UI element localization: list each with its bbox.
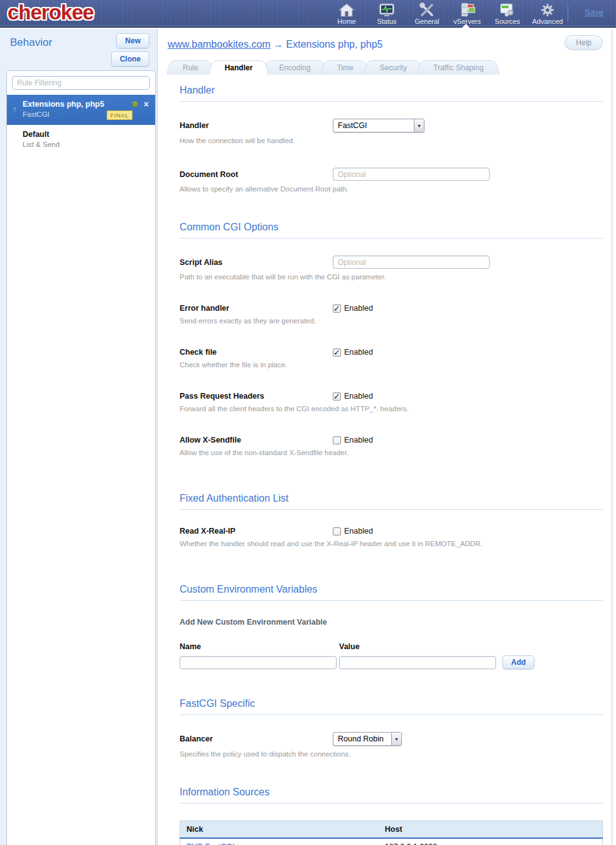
nav-item-status[interactable]: Status	[367, 2, 407, 25]
breadcrumb-site-link[interactable]: www.bambookites.com	[168, 39, 271, 50]
section-title-fastcgi: FastCGI Specific	[180, 698, 603, 709]
section-divider	[180, 238, 603, 239]
env-value-label: Value	[339, 642, 499, 651]
move-up-icon[interactable]: ↑	[13, 104, 17, 114]
top-header: cherokee Home Status General vServers So…	[0, 0, 616, 28]
content-header: www.bambookites.com → Extensions php, ph…	[158, 29, 612, 54]
rule-status-dot-icon[interactable]	[132, 101, 138, 107]
checkbox-label: Enabled	[344, 304, 373, 313]
field-script-alias: Script Alias Path to an executable that …	[180, 256, 603, 281]
field-balancer: Balancer Round Robin ▼ Specifies the pol…	[180, 732, 603, 758]
field-read-x-real-ip: Read X-Real-IP Enabled Whether the handl…	[180, 527, 603, 547]
field-description: Allow the use of the non-standard X-Send…	[180, 449, 603, 456]
env-name-label: Name	[180, 642, 339, 651]
cherokee-logo[interactable]: cherokee	[8, 1, 94, 24]
section-divider	[180, 714, 603, 715]
home-icon	[327, 3, 367, 18]
checkbox-label: Enabled	[344, 392, 373, 401]
table-row: PHP-FastCGI 127.0.0.1:9000	[180, 838, 603, 845]
field-label: Allow X-Sendfile	[180, 436, 333, 444]
checkbox-label: Enabled	[344, 527, 373, 536]
field-label: Check file	[180, 348, 333, 357]
nav-item-advanced[interactable]: Advanced	[527, 2, 568, 25]
clone-rule-button[interactable]: Clone	[111, 51, 149, 67]
field-document-root: Document Root Allows to specify an alter…	[180, 168, 603, 193]
field-description: How the connection will be handled.	[180, 137, 603, 144]
nav-label: General	[407, 18, 447, 25]
nav-label: Home	[327, 18, 367, 25]
tab-handler[interactable]: Handler	[208, 60, 269, 75]
check-file-checkbox[interactable]: ✓	[333, 348, 341, 357]
section-title-fixed-auth: Fixed Authentication List	[180, 493, 603, 504]
rule-title: Default	[23, 130, 149, 139]
help-button[interactable]: Help	[565, 35, 603, 50]
rule-subtitle: List & Send	[23, 141, 149, 148]
tab-encoding[interactable]: Encoding	[262, 60, 327, 75]
field-description: Forward all the client headers to the CG…	[180, 405, 603, 412]
sidebar-title: Behavior	[10, 36, 52, 49]
select-value: FastCGI	[333, 119, 414, 132]
field-description: Whether the handler should read and use …	[180, 540, 603, 547]
field-allow-x-sendfile: Allow X-Sendfile Enabled Allow the use o…	[180, 436, 603, 456]
sources-icon	[487, 3, 527, 18]
main-nav: Home Status General vServers Sources Adv…	[327, 2, 568, 25]
general-icon	[407, 3, 447, 18]
allow-x-sendfile-checkbox[interactable]	[333, 436, 341, 444]
behavior-sidebar: Behavior New Clone ↑ Extensions php, php…	[0, 29, 157, 845]
read-x-real-ip-checkbox[interactable]	[333, 527, 341, 536]
column-header-nick: Nick	[180, 821, 379, 839]
nav-item-sources[interactable]: Sources	[487, 2, 527, 25]
nav-divider	[568, 6, 568, 21]
breadcrumb-arrow-icon: →	[273, 39, 283, 50]
env-name-input[interactable]	[180, 656, 337, 669]
script-alias-input[interactable]	[333, 256, 490, 269]
content-panel: www.bambookites.com → Extensions php, ph…	[157, 29, 612, 845]
new-rule-button[interactable]: New	[116, 33, 149, 48]
section-title-common-cgi: Common CGI Options	[180, 222, 603, 233]
pass-request-headers-checkbox[interactable]: ✓	[333, 392, 341, 401]
source-nick-link[interactable]: PHP-FastCGI	[186, 842, 234, 845]
status-icon	[367, 3, 407, 18]
breadcrumb: www.bambookites.com → Extensions php, ph…	[168, 39, 382, 50]
field-handler: Handler FastCGI ▼ How the connection wil…	[180, 119, 603, 144]
section-title-custom-env: Custom Environment Variables	[180, 584, 603, 595]
field-label: Document Root	[180, 170, 333, 179]
section-divider	[180, 509, 603, 510]
error-handler-checkbox[interactable]: ✓	[333, 304, 341, 313]
tab-rule[interactable]: Rule	[166, 60, 215, 75]
settings-sections: Handler Handler FastCGI ▼ How the connec…	[180, 85, 603, 845]
rule-filter-input[interactable]	[12, 76, 150, 90]
section-divider	[180, 803, 603, 804]
rule-item-extensions-php[interactable]: ↑ Extensions php, php5 × FastCGI FINAL	[7, 95, 155, 125]
field-check-file: Check file ✓ Enabled Check whether the f…	[180, 348, 603, 369]
field-error-handler: Error handler ✓ Enabled Send errors exac…	[180, 304, 603, 325]
field-label: Pass Request Headers	[180, 392, 333, 401]
field-label: Script Alias	[180, 258, 333, 267]
rule-title: Extensions php, php5	[23, 100, 128, 109]
tab-traffic-shaping[interactable]: Traffic Shaping	[417, 60, 500, 75]
add-env-button[interactable]: Add	[502, 655, 534, 669]
save-link[interactable]: Save	[585, 8, 603, 17]
env-value-input[interactable]	[339, 656, 496, 669]
tab-time[interactable]: Time	[320, 60, 369, 75]
column-header-host: Host	[379, 821, 603, 839]
rule-close-icon[interactable]: ×	[144, 101, 149, 107]
balancer-select[interactable]: Round Robin ▼	[333, 732, 402, 746]
final-badge: FINAL	[107, 110, 132, 120]
nav-item-general[interactable]: General	[407, 2, 447, 25]
nav-label: Advanced	[527, 18, 568, 25]
vservers-icon	[447, 3, 487, 18]
active-nav-indicator	[462, 24, 470, 28]
tab-bar: Rule Handler Encoding Time Security Traf…	[166, 60, 612, 75]
document-root-input[interactable]	[333, 168, 490, 181]
rule-item-default[interactable]: Default List & Send	[7, 125, 155, 154]
nav-item-vservers[interactable]: vServers	[447, 2, 487, 25]
tab-security[interactable]: Security	[364, 60, 423, 75]
information-sources-table: Nick Host PHP-FastCGI 127.0.0.1:9000	[180, 821, 603, 845]
section-title-info-sources: Information Sources	[180, 787, 603, 798]
custom-env-form: Name Value Add	[180, 642, 603, 669]
field-pass-request-headers: Pass Request Headers ✓ Enabled Forward a…	[180, 392, 603, 412]
advanced-icon	[527, 3, 568, 18]
nav-item-home[interactable]: Home	[327, 2, 367, 25]
handler-select[interactable]: FastCGI ▼	[333, 119, 424, 132]
